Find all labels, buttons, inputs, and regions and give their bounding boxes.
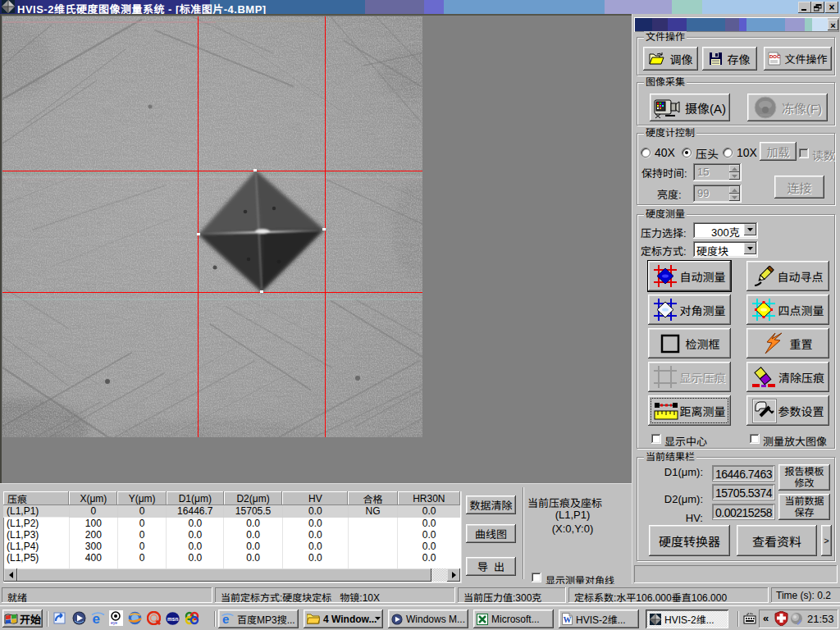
svg-text:DOC: DOC xyxy=(769,54,781,59)
svg-text:W: W xyxy=(564,615,572,624)
svg-text:eye: eye xyxy=(111,620,117,625)
svg-text:msn: msn xyxy=(167,616,178,622)
